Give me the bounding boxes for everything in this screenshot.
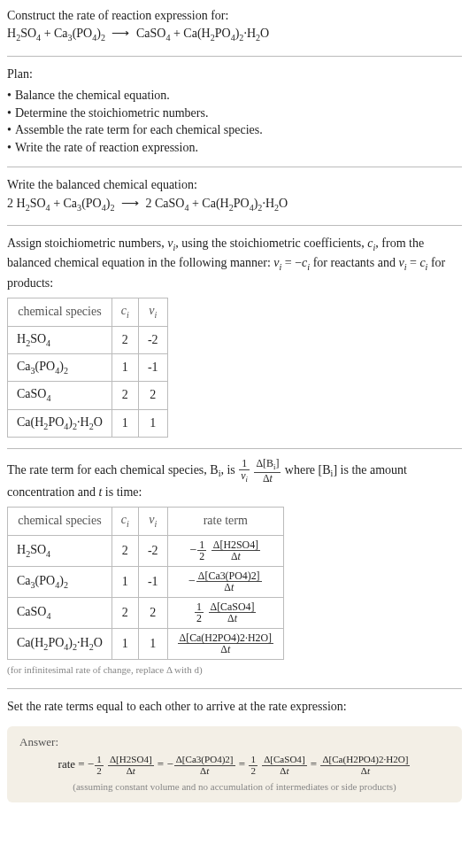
- stoich-table: chemical species ci νi H2SO4 2 -2 Ca3(PO…: [7, 298, 168, 438]
- rateterm-text: where [B: [285, 463, 331, 477]
- vi-cell: -2: [138, 535, 167, 566]
- assign-text: , using the stoichiometric coefficients,: [175, 236, 367, 250]
- list-item: •Determine the stoichiometric numbers.: [7, 105, 462, 122]
- col-vi: νi: [138, 508, 167, 535]
- species-cell: H2SO4: [8, 326, 112, 353]
- divider: [7, 56, 462, 57]
- ci-cell: 2: [111, 535, 138, 566]
- rateterm-table: chemical species ci νi rate term H2SO4 2…: [7, 507, 284, 659]
- assign-section: Assign stoichiometric numbers, νi, using…: [7, 235, 462, 438]
- rate-cell: 12 Δ[CaSO4]Δt: [167, 597, 283, 628]
- plan-item-text: Assemble the rate term for each chemical…: [15, 121, 263, 139]
- footnote: (for infinitesimal rate of change, repla…: [7, 663, 462, 678]
- species-cell: Ca(H2PO4)2·H2O: [8, 628, 112, 659]
- rateterm-text: is time:: [102, 485, 142, 499]
- rate-prefix: rate =: [58, 757, 88, 771]
- plan-list: •Balance the chemical equation. •Determi…: [7, 87, 462, 156]
- plan-section: Plan: •Balance the chemical equation. •D…: [7, 66, 462, 157]
- rateterm-text: , is: [220, 463, 238, 477]
- prompt-section: Construct the rate of reaction expressio…: [7, 7, 462, 45]
- ci-cell: 2: [111, 382, 138, 409]
- table-header-row: chemical species ci νi: [8, 298, 168, 326]
- assign-text: Assign stoichiometric numbers,: [7, 236, 167, 250]
- rate-cell: −12 Δ[H2SO4]Δt: [167, 535, 283, 566]
- species-cell: Ca3(PO4)2: [8, 354, 112, 382]
- rate-expression: rate = −12 Δ[H2SO4]Δt = −Δ[Ca3(PO4)2]Δt …: [19, 755, 450, 776]
- bullet-icon: •: [7, 139, 12, 157]
- plan-item-text: Determine the stoichiometric numbers.: [15, 105, 209, 122]
- col-ci: ci: [111, 508, 138, 535]
- ci-cell: 1: [111, 409, 138, 437]
- plan-title: Plan:: [7, 66, 462, 83]
- balanced-title: Write the balanced chemical equation:: [7, 176, 462, 194]
- col-species: chemical species: [8, 508, 112, 535]
- answer-label: Answer:: [19, 735, 450, 749]
- vi-cell: 2: [138, 382, 167, 409]
- table-row: Ca(H2PO4)2·H2O 1 1: [8, 409, 168, 437]
- list-item: •Balance the chemical equation.: [7, 87, 462, 105]
- col-ci: ci: [111, 298, 138, 326]
- one-over-nu: 1νi: [238, 458, 250, 484]
- balanced-equation: 2 H2SO4 + Ca3(PO4)2 ⟶ 2 CaSO4 + Ca(H2PO4…: [7, 195, 462, 214]
- rateterm-text: The rate term for each chemical species,…: [7, 463, 219, 477]
- bullet-icon: •: [7, 105, 12, 122]
- rate-cell: −Δ[Ca3(PO4)2]Δt: [167, 566, 283, 597]
- ci-cell: 1: [111, 354, 138, 382]
- vi-cell: -1: [138, 566, 167, 597]
- vi-cell: 1: [138, 628, 167, 659]
- vi-cell: 1: [138, 409, 167, 437]
- col-rate: rate term: [167, 508, 283, 535]
- table-row: Ca3(PO4)2 1 -1 −Δ[Ca3(PO4)2]Δt: [8, 566, 284, 597]
- table-row: Ca(H2PO4)2·H2O 1 1 Δ[Ca(H2PO4)2·H2O]Δt: [8, 628, 284, 659]
- set-equal-text: Set the rate terms equal to each other t…: [7, 698, 462, 716]
- ci-cell: 2: [111, 326, 138, 353]
- list-item: •Assemble the rate term for each chemica…: [7, 121, 462, 139]
- vi-cell: -1: [138, 354, 167, 382]
- species-cell: CaSO4: [8, 382, 112, 409]
- species-cell: CaSO4: [8, 597, 112, 628]
- divider: [7, 167, 462, 167]
- prompt-title: Construct the rate of reaction expressio…: [7, 7, 462, 25]
- species-cell: H2SO4: [8, 535, 112, 566]
- answer-note: (assuming constant volume and no accumul…: [19, 781, 450, 792]
- vi-cell: 2: [138, 597, 167, 628]
- species-cell: Ca(H2PO4)2·H2O: [8, 409, 112, 437]
- vi-cell: -2: [138, 326, 167, 353]
- col-vi: νi: [138, 298, 167, 326]
- table-row: H2SO4 2 -2 −12 Δ[H2SO4]Δt: [8, 535, 284, 566]
- bullet-icon: •: [7, 121, 12, 139]
- unbalanced-equation: H2SO4 + Ca3(PO4)2 ⟶ CaSO4 + Ca(H2PO4)2·H…: [7, 25, 462, 44]
- table-row: H2SO4 2 -2: [8, 326, 168, 353]
- plan-item-text: Balance the chemical equation.: [15, 87, 170, 105]
- ci-cell: 1: [111, 628, 138, 659]
- table-row: Ca3(PO4)2 1 -1: [8, 354, 168, 382]
- bullet-icon: •: [7, 87, 12, 105]
- table-row: CaSO4 2 2 12 Δ[CaSO4]Δt: [8, 597, 284, 628]
- divider: [7, 688, 462, 689]
- balanced-section: Write the balanced chemical equation: 2 …: [7, 176, 462, 214]
- assign-text: for reactants and: [310, 256, 398, 269]
- rate-cell: Δ[Ca(H2PO4)2·H2O]Δt: [167, 628, 283, 659]
- rateterm-section: The rate term for each chemical species,…: [7, 458, 462, 678]
- divider: [7, 448, 462, 449]
- ci-cell: 1: [111, 566, 138, 597]
- species-cell: Ca3(PO4)2: [8, 566, 112, 597]
- delta-bi-over-dt: Δ[Bi]Δt: [253, 458, 281, 484]
- table-row: CaSO4 2 2: [8, 382, 168, 409]
- plan-item-text: Write the rate of reaction expression.: [15, 139, 198, 157]
- ci-cell: 2: [111, 597, 138, 628]
- col-species: chemical species: [8, 298, 112, 326]
- list-item: •Write the rate of reaction expression.: [7, 139, 462, 157]
- answer-box: Answer: rate = −12 Δ[H2SO4]Δt = −Δ[Ca3(P…: [7, 726, 462, 802]
- set-equal-section: Set the rate terms equal to each other t…: [7, 698, 462, 716]
- table-header-row: chemical species ci νi rate term: [8, 508, 284, 535]
- divider: [7, 225, 462, 226]
